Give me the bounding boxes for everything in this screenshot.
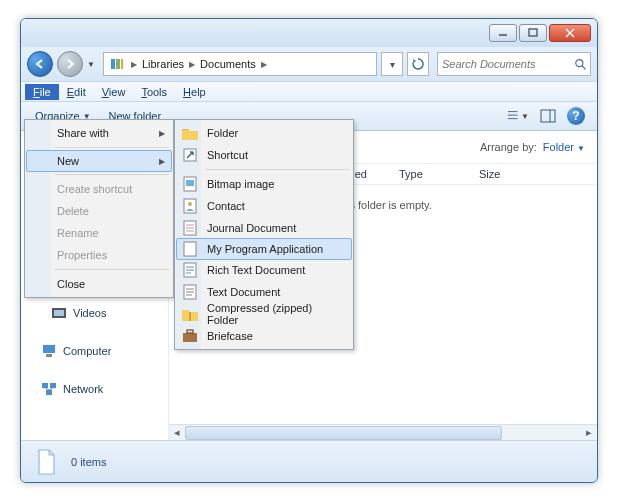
scroll-right-button[interactable]: ▸ [581, 426, 597, 440]
briefcase-icon [182, 328, 198, 344]
sidebar-item-computer[interactable]: Computer [23, 339, 166, 363]
svg-rect-27 [186, 180, 194, 186]
videos-icon [51, 305, 67, 321]
menu-rename: Rename [27, 222, 171, 244]
scroll-thumb[interactable] [185, 426, 502, 440]
search-box[interactable] [437, 52, 591, 76]
menu-view[interactable]: View [94, 84, 134, 100]
svg-rect-17 [54, 310, 64, 316]
breadcrumb-documents[interactable]: Documents [198, 56, 258, 72]
svg-rect-43 [189, 312, 191, 321]
svg-point-7 [575, 60, 582, 67]
history-dropdown[interactable]: ▼ [87, 60, 95, 69]
statusbar: 0 items [21, 440, 597, 482]
chevron-right-icon[interactable]: ▶ [186, 60, 198, 69]
new-journal[interactable]: Journal Document [177, 217, 351, 239]
svg-rect-45 [187, 330, 193, 333]
sidebar-item-label: Videos [73, 307, 106, 319]
shortcut-icon [182, 147, 198, 163]
menu-separator [55, 174, 169, 175]
scroll-left-button[interactable]: ◂ [169, 426, 185, 440]
breadcrumb-dropdown[interactable]: ▾ [381, 52, 403, 76]
scroll-track[interactable] [185, 426, 581, 440]
menu-close[interactable]: Close [27, 273, 171, 295]
view-options-button[interactable]: ▼ [507, 105, 529, 127]
menubar: File Edit View Tools Help [21, 81, 597, 101]
svg-rect-19 [46, 354, 52, 357]
svg-rect-21 [50, 383, 56, 388]
new-zip[interactable]: Compressed (zipped) Folder [177, 303, 351, 325]
menu-new[interactable]: New▶ [26, 150, 172, 172]
bitmap-icon [182, 176, 198, 192]
help-button[interactable]: ? [567, 107, 585, 125]
zip-folder-icon [182, 306, 198, 322]
menu-delete: Delete [27, 200, 171, 222]
menu-separator [55, 269, 169, 270]
arrange-by-label: Arrange by: [480, 141, 537, 153]
minimize-button[interactable] [489, 24, 517, 42]
svg-rect-20 [42, 383, 48, 388]
chevron-right-icon[interactable]: ▶ [128, 60, 140, 69]
text-icon [182, 284, 198, 300]
new-text[interactable]: Text Document [177, 281, 351, 303]
new-my-program-app[interactable]: My Program Application [176, 238, 352, 260]
journal-icon [182, 220, 198, 236]
rtf-icon [182, 262, 198, 278]
titlebar [21, 19, 597, 47]
arrange-by-button[interactable]: Folder ▼ [543, 141, 585, 153]
search-input[interactable] [442, 58, 570, 70]
search-icon [574, 57, 586, 71]
computer-icon [41, 343, 57, 359]
svg-rect-6 [121, 59, 123, 69]
svg-line-24 [49, 388, 53, 390]
col-type[interactable]: Type [389, 168, 469, 180]
status-item-count: 0 items [71, 456, 106, 468]
svg-point-29 [188, 202, 192, 206]
libraries-icon [109, 56, 125, 72]
sidebar-item-label: Computer [63, 345, 111, 357]
explorer-window: ▼ ▶ Libraries ▶ Documents ▶ ▾ File Edit … [20, 18, 598, 483]
forward-button[interactable] [57, 51, 83, 77]
menu-share-with[interactable]: Share with▶ [27, 122, 171, 144]
back-button[interactable] [27, 51, 53, 77]
breadcrumb[interactable]: ▶ Libraries ▶ Documents ▶ [103, 52, 377, 76]
new-folder[interactable]: Folder [177, 122, 351, 144]
sidebar-item-network[interactable]: Network [23, 377, 166, 401]
svg-rect-18 [43, 345, 55, 353]
chevron-right-icon[interactable]: ▶ [258, 60, 270, 69]
folder-icon [182, 125, 198, 141]
file-menu-dropdown: Share with▶ New▶ Create shortcut Delete … [24, 119, 174, 298]
col-size[interactable]: Size [469, 168, 597, 180]
svg-rect-34 [184, 242, 196, 256]
document-icon [31, 447, 61, 477]
menu-properties: Properties [27, 244, 171, 266]
menu-separator [205, 169, 349, 170]
new-submenu: Folder Shortcut Bitmap image Contact Jou… [174, 119, 354, 350]
new-bitmap[interactable]: Bitmap image [177, 173, 351, 195]
preview-pane-button[interactable] [537, 105, 559, 127]
menu-file[interactable]: File [25, 84, 59, 100]
network-icon [41, 381, 57, 397]
svg-rect-44 [183, 333, 197, 342]
close-button[interactable] [549, 24, 591, 42]
maximize-button[interactable] [519, 24, 547, 42]
new-briefcase[interactable]: Briefcase [177, 325, 351, 347]
menu-create-shortcut: Create shortcut [27, 178, 171, 200]
svg-rect-22 [46, 390, 52, 395]
svg-rect-4 [111, 59, 115, 69]
sidebar-item-videos[interactable]: Videos [23, 301, 166, 325]
svg-line-8 [582, 66, 586, 70]
svg-rect-5 [116, 59, 120, 69]
new-rtf[interactable]: Rich Text Document [177, 259, 351, 281]
refresh-button[interactable] [407, 52, 429, 76]
breadcrumb-libraries[interactable]: Libraries [140, 56, 186, 72]
new-shortcut[interactable]: Shortcut [177, 144, 351, 166]
menu-help[interactable]: Help [175, 84, 214, 100]
svg-rect-12 [541, 110, 555, 122]
menu-edit[interactable]: Edit [59, 84, 94, 100]
new-contact[interactable]: Contact [177, 195, 351, 217]
nav-row: ▼ ▶ Libraries ▶ Documents ▶ ▾ [21, 47, 597, 81]
sidebar-item-label: Network [63, 383, 103, 395]
horizontal-scrollbar[interactable]: ◂ ▸ [169, 424, 597, 440]
menu-tools[interactable]: Tools [133, 84, 175, 100]
